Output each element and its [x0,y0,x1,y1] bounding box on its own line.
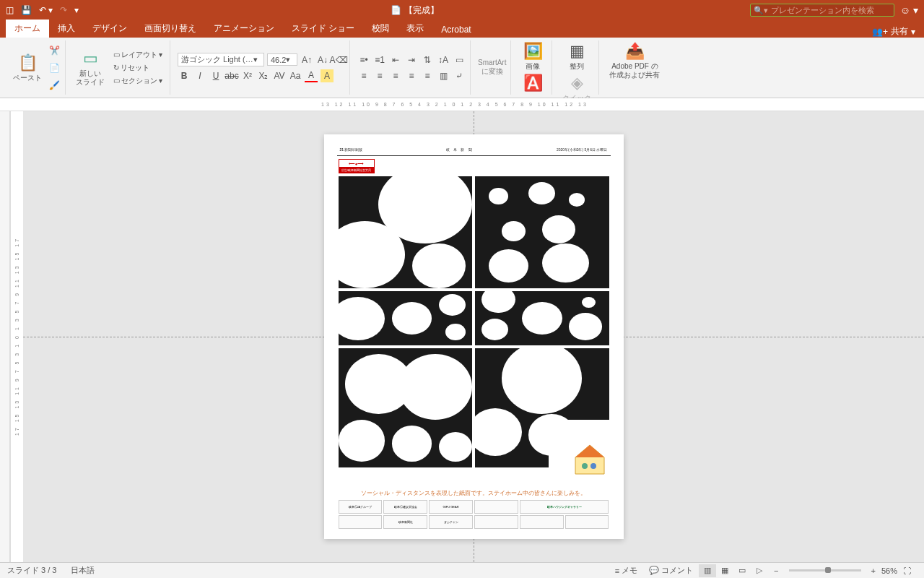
language-indicator[interactable]: 日本語 [71,565,95,576]
numbering-icon[interactable]: ≡1 [373,53,386,66]
italic-icon[interactable]: I [193,69,206,82]
superscript-icon[interactable]: X² [241,69,254,82]
sponsor-cell: 岐阜ハウジングギャラリー [520,500,609,514]
user-icon[interactable]: ☺ ▾ [900,4,918,16]
columns-icon[interactable]: ▥ [437,69,450,82]
layout-button[interactable]: ▭ レイアウト ▾ [110,49,165,61]
textbox-icon: 🅰️ [523,74,543,92]
text-box-button[interactable]: 🅰️ [518,72,547,95]
search-icon: 🔍▾ [754,6,768,15]
tab-home[interactable]: ホーム [6,20,49,38]
change-case-icon[interactable]: Aa [289,69,302,82]
svg-point-1 [590,463,596,469]
sorter-view-icon[interactable]: ▦ [716,564,733,577]
group-media: 🖼️ 画像 🅰️ ◇ [514,40,552,95]
arrange-icon: ▦ [570,42,585,61]
indent-dec-icon[interactable]: ⇤ [389,53,402,66]
paste-button[interactable]: 📋 ペースト [10,52,45,84]
sponsor-cell [339,515,383,529]
dot-art-grid [339,176,609,467]
smartart-button[interactable] [487,40,516,43]
align-left-icon[interactable]: ≡ [357,69,370,82]
sponsor-cell [474,515,518,529]
font-size-dropdown[interactable]: 46.2 ▾ [267,53,297,66]
svg-point-0 [582,463,588,469]
sponsor-logos: 岐阜県JAグループ 岐阜県建設業協会 GIFU GEAR 岐阜ハウジングギャラリ… [339,500,609,529]
font-name-dropdown[interactable]: 游ゴシック Light (… ▾ [178,53,264,66]
reset-button[interactable]: ↻ リセット [110,62,165,74]
statusbar: スライド 3 / 3 日本語 ≡ メモ 💬 コメント ▥ ▦ ▭ ▷ − + 5… [0,562,924,578]
picture-icon: 🖼️ [523,42,543,61]
sponsor-cell [565,515,609,529]
distribute-icon[interactable]: ≡ [421,69,434,82]
file-icon: 📄 [391,5,401,15]
group-slides: ▭ 新しい スライド ▭ レイアウト ▾ ↻ リセット ▭ セクション ▾ [69,40,170,95]
copy-icon[interactable]: 📄 [48,61,61,74]
indent-inc-icon[interactable]: ⇥ [405,53,418,66]
fit-to-window-icon[interactable]: ⛶ [897,566,917,575]
slide-thumbnail-panel[interactable] [0,111,10,562]
format-painter-icon[interactable]: 🖌️ [48,79,61,92]
editor-content: 17 15 13 11 9 7 5 3 1 0 1 3 5 7 9 11 13 … [0,111,924,562]
char-spacing-icon[interactable]: AV [273,69,286,82]
clipboard-icon: 📋 [18,53,38,72]
tab-animations[interactable]: アニメーション [205,20,283,38]
reading-view-icon[interactable]: ▭ [733,564,751,577]
grow-font-icon[interactable]: A↑ [300,53,313,66]
tab-acrobat[interactable]: Acrobat [432,22,479,38]
align-right-icon[interactable]: ≡ [389,69,402,82]
zoom-in-button[interactable]: + [866,566,881,575]
tab-design[interactable]: デザイン [84,20,136,38]
window-title: 📄 【完成】 [79,4,749,17]
font-color-icon[interactable]: A [305,69,318,82]
clear-format-icon[interactable]: A⌫ [332,53,345,66]
slide[interactable]: 21 新聞印刷版 岐 阜 新 聞 2020年(令和2年) 5月6日 水曜日 ⟵●… [324,134,624,539]
tab-review[interactable]: 校閲 [363,20,398,38]
undo-icon[interactable]: ↶ ▾ [39,5,53,15]
justify-icon[interactable]: ≡ [405,69,418,82]
tab-transitions[interactable]: 画面切り替え [136,20,205,38]
style-icon: ◈ [571,74,583,92]
share-button[interactable]: 👥+ 共有 ▾ [872,25,915,38]
bold-icon[interactable]: B [178,69,191,82]
zoom-slider[interactable] [789,569,861,571]
normal-view-icon[interactable]: ▥ [699,564,716,577]
highlight-icon[interactable]: A [321,69,334,82]
titlebar: ◫ 💾 ↶ ▾ ↷ ▾ 📄 【完成】 🔍▾ プレゼンテーション内を検索 ☺ ▾ [0,0,924,20]
section-button[interactable]: ▭ セクション ▾ [110,75,165,87]
line-spacing-icon[interactable]: ⇅ [421,53,434,66]
group-smartart: SmartArt に変換 [474,40,511,95]
group-font: 游ゴシック Light (… ▾ 46.2 ▾ A↑ A↓ A⌫ B I U a… [173,40,350,95]
text-direction-icon[interactable]: ↕A [437,53,450,66]
view-menu-icon[interactable]: ◫ [6,5,14,15]
slideshow-view-icon[interactable]: ▷ [751,564,768,577]
align-text-icon[interactable]: ▭ [453,53,466,66]
quick-access-toolbar: ◫ 💾 ↶ ▾ ↷ ▾ [6,5,79,15]
sponsor-cell: 岐阜県JAグループ [339,500,383,514]
zoom-level[interactable]: 56% [881,566,897,575]
adobe-pdf-button[interactable]: 📤 Adobe PDF の 作成および共有 [606,40,663,81]
redo-icon[interactable]: ↷ [60,5,67,15]
tab-insert[interactable]: 挿入 [49,20,84,38]
distance-badge: ⟵●⟶ 広告/岐阜新聞社営業局 [339,159,375,173]
tab-slideshow[interactable]: スライド ショー [283,20,363,38]
save-icon[interactable]: 💾 [21,5,32,15]
tab-view[interactable]: 表示 [398,20,432,38]
slide-canvas[interactable]: 21 新聞印刷版 岐 阜 新 聞 2020年(令和2年) 5月6日 水曜日 ⟵●… [23,111,924,562]
zoom-out-button[interactable]: − [768,566,784,575]
strike-icon[interactable]: abc [225,69,238,82]
picture-button[interactable]: 🖼️ 画像 [518,40,547,72]
notes-button[interactable]: ≡ メモ [609,565,643,576]
arrange-button[interactable]: ▦ 整列 [559,40,594,72]
new-slide-button[interactable]: ▭ 新しい スライド [73,48,108,88]
underline-icon[interactable]: U [209,69,222,82]
shrink-font-icon[interactable]: A↓ [316,53,329,66]
subscript-icon[interactable]: X₂ [257,69,270,82]
align-center-icon[interactable]: ≡ [373,69,386,82]
bullets-icon[interactable]: ≡• [357,53,370,66]
comments-button[interactable]: 💬 コメント [643,565,699,576]
sponsor-cell: GIFU GEAR [429,500,473,514]
search-input[interactable]: 🔍▾ プレゼンテーション内を検索 [750,4,894,17]
cut-icon[interactable]: ✂️ [48,44,61,57]
wrap-icon[interactable]: ⤶ [453,69,466,82]
